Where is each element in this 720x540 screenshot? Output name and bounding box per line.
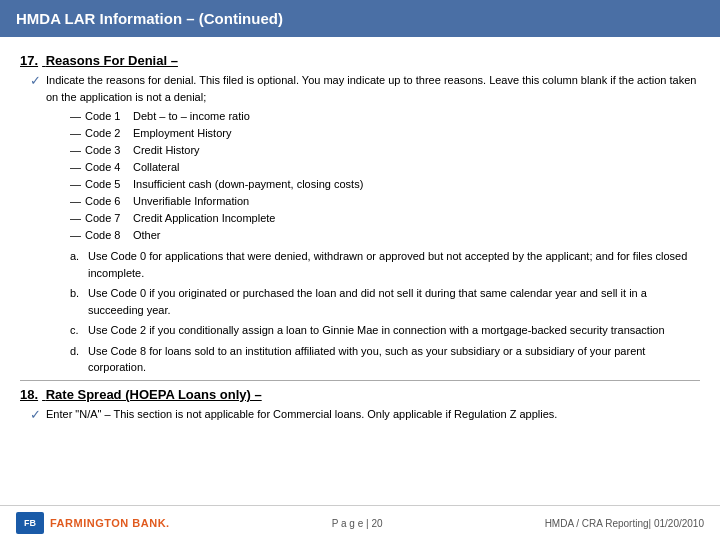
bank-logo-icon: FB [16, 512, 44, 534]
section18-block: 18. Rate Spread (HOEPA Loans only) – ✓ E… [20, 387, 700, 423]
code-row: — Code 6 Unverifiable Information [70, 193, 700, 210]
code-row: — Code 7 Credit Application Incomplete [70, 210, 700, 227]
section18-heading: 18. Rate Spread (HOEPA Loans only) – [20, 387, 700, 402]
bank-logo-text: FARMINGTON BANK. [50, 517, 170, 529]
code-row: — Code 5 Insufficient cash (down-payment… [70, 176, 700, 193]
checkmark-icon: ✓ [30, 73, 41, 88]
divider [20, 380, 700, 381]
notes-list: a. Use Code 0 for applications that were… [70, 248, 700, 376]
footer-right-text: HMDA / CRA Reporting| 01/20/2010 [545, 518, 704, 529]
page-number: P a g e | 20 [332, 518, 383, 529]
footer: FB FARMINGTON BANK. P a g e | 20 HMDA / … [0, 505, 720, 540]
codes-table: — Code 1 Debt – to – income ratio — Code… [70, 108, 700, 244]
header-title: HMDA LAR Information – (Continued) [16, 10, 283, 27]
code-row: — Code 3 Credit History [70, 142, 700, 159]
note-c: c. Use Code 2 if you conditionally assig… [70, 322, 700, 339]
note-d: d. Use Code 8 for loans sold to an insti… [70, 343, 700, 376]
section17-intro: Indicate the reasons for denial. This fi… [46, 72, 700, 105]
header: HMDA LAR Information – (Continued) [0, 0, 720, 37]
code-row: — Code 8 Other [70, 227, 700, 244]
footer-logo: FB FARMINGTON BANK. [16, 512, 170, 534]
section18-text: Enter "N/A" – This section is not applic… [46, 406, 557, 423]
note-b: b. Use Code 0 if you originated or purch… [70, 285, 700, 318]
section17-heading: 17. Reasons For Denial – [20, 53, 700, 68]
code-row: — Code 2 Employment History [70, 125, 700, 142]
code-row: — Code 4 Collateral [70, 159, 700, 176]
note-a: a. Use Code 0 for applications that were… [70, 248, 700, 281]
code-row: — Code 1 Debt – to – income ratio [70, 108, 700, 125]
checkmark-icon-2: ✓ [30, 407, 41, 422]
